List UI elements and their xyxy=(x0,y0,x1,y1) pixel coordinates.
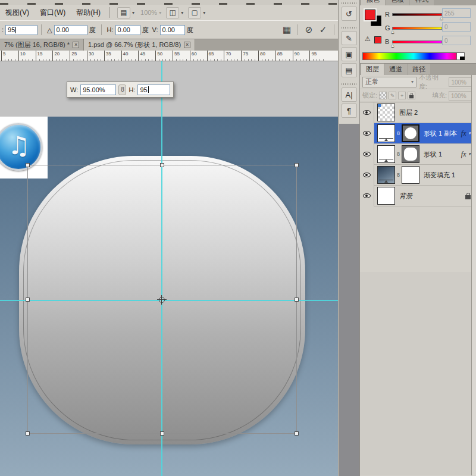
layer-thumbnail[interactable] xyxy=(377,124,395,142)
color-spectrum-ramp[interactable] xyxy=(362,52,465,60)
layer-visibility-toggle[interactable] xyxy=(360,123,374,144)
green-value-input[interactable] xyxy=(442,22,471,32)
foreground-color-swatch[interactable] xyxy=(365,10,375,20)
layer-thumbnail[interactable] xyxy=(377,166,395,184)
eye-icon xyxy=(363,110,371,115)
lock-pixels-icon[interactable]: ✎ xyxy=(389,92,396,99)
slider-thumb[interactable]: ▲ xyxy=(390,43,395,48)
document-tab[interactable]: 7% (图层 16, RGB/8) * × xyxy=(0,39,84,51)
chevron-down-icon[interactable]: ▾ xyxy=(203,10,205,15)
fx-expand-arrow-icon[interactable]: ▾ xyxy=(468,131,471,136)
layer-name[interactable]: 背景 xyxy=(399,192,412,201)
canvas[interactable]: ♫ W: 95.00% 8 H: 95 xyxy=(0,61,338,476)
close-icon[interactable]: × xyxy=(184,42,190,48)
v-skew-input[interactable]: 0.00 xyxy=(160,25,185,35)
cancel-transform-button[interactable]: ⊘ xyxy=(302,23,316,36)
clone-source-panel-icon[interactable]: ▣ xyxy=(342,47,357,61)
menu-view[interactable]: 视图(V) xyxy=(0,5,35,20)
layer-mask-thumbnail[interactable] xyxy=(402,145,419,163)
layer-visibility-toggle[interactable] xyxy=(360,165,374,186)
tab-color[interactable]: 颜色 xyxy=(361,0,385,5)
document-tab[interactable]: 1.psd @ 66.7% (形状 1, RGB/8) × xyxy=(84,39,195,51)
warp-mode-button[interactable]: ▦ xyxy=(280,23,294,36)
fx-icon[interactable]: fx xyxy=(461,129,466,138)
red-slider[interactable]: ▲ xyxy=(392,13,442,16)
layer-name[interactable]: 渐变填充 1 xyxy=(424,171,455,180)
commit-transform-button[interactable]: ✓ xyxy=(316,23,330,36)
link-dimensions-icon[interactable]: 8 xyxy=(118,84,126,95)
brush-panel-icon[interactable]: ✎ xyxy=(342,31,357,45)
transform-reference-point[interactable] xyxy=(159,297,165,303)
zoom-level[interactable]: 100% xyxy=(140,9,157,16)
layer-thumbnail[interactable] xyxy=(377,187,395,205)
layer-row[interactable]: 背景 xyxy=(360,186,476,206)
close-icon[interactable]: × xyxy=(73,42,79,48)
tab-layers[interactable]: 图层 xyxy=(361,64,384,75)
fx-expand-arrow-icon[interactable]: ▾ xyxy=(468,152,471,156)
transform-handle[interactable] xyxy=(160,163,164,167)
tab-swatches[interactable]: 色板 xyxy=(386,0,409,5)
slider-thumb[interactable]: ▲ xyxy=(390,29,395,35)
dock-grip-icon[interactable] xyxy=(342,83,356,85)
horizontal-ruler[interactable]: 5101520253035404550556065707580859095 xyxy=(0,51,338,61)
fx-icon[interactable]: fx xyxy=(461,150,466,159)
screen-mode-icon[interactable]: ▢ xyxy=(188,7,201,18)
layer-name[interactable]: 形状 1 xyxy=(424,150,442,159)
view-extras-icon[interactable]: ▤ xyxy=(117,7,130,18)
layer-visibility-toggle[interactable] xyxy=(360,144,374,165)
tab-styles[interactable]: 样式 xyxy=(410,0,434,5)
layer-row[interactable]: 8形状 1 副本fx▾ xyxy=(360,123,476,144)
dock-grip-icon[interactable] xyxy=(342,27,356,29)
layer-visibility-toggle[interactable] xyxy=(360,186,374,206)
blend-mode-select[interactable]: 正常 ▾ xyxy=(362,77,416,87)
layer-row[interactable]: 图层 2 xyxy=(360,102,476,123)
fill-input[interactable]: 100% xyxy=(449,91,474,101)
blue-slider[interactable]: ▲ xyxy=(392,40,442,43)
rotate-angle-input[interactable]: 0.00 xyxy=(54,25,87,35)
character-panel-icon[interactable]: A| xyxy=(342,87,357,102)
layer-thumbnail[interactable] xyxy=(377,104,395,121)
chevron-down-icon[interactable]: ▾ xyxy=(181,10,183,15)
layer-mask-thumbnail[interactable] xyxy=(402,124,419,142)
arrange-documents-icon[interactable]: ◫ xyxy=(166,7,179,18)
layer-thumbnail[interactable] xyxy=(377,145,395,163)
chevron-down-icon[interactable]: ▾ xyxy=(132,10,134,15)
transform-handle[interactable] xyxy=(295,163,299,167)
dock-grip-icon[interactable] xyxy=(342,2,356,4)
lock-position-icon[interactable]: + xyxy=(398,92,406,99)
blue-value-input[interactable] xyxy=(442,36,471,45)
popup-height-input[interactable]: 95 xyxy=(137,84,170,95)
transform-handle[interactable] xyxy=(26,298,30,302)
layer-name[interactable]: 图层 2 xyxy=(399,108,418,117)
transform-handle[interactable] xyxy=(26,163,30,167)
paragraph-panel-icon[interactable]: ¶ xyxy=(342,104,357,118)
black-swatch[interactable] xyxy=(460,57,465,60)
gamut-color-swatch[interactable] xyxy=(374,36,381,43)
layer-row[interactable]: 8形状 1fx▾ xyxy=(360,144,476,165)
layer-name[interactable]: 形状 1 副本 xyxy=(424,129,457,138)
transform-width-input[interactable]: 95 xyxy=(5,25,37,35)
lock-all-icon[interactable] xyxy=(408,92,415,99)
horizontal-guide[interactable] xyxy=(0,300,338,301)
lock-transparency-icon[interactable] xyxy=(379,92,387,99)
tab-channels[interactable]: 通道 xyxy=(384,64,407,75)
menu-window[interactable]: 窗口(W) xyxy=(35,5,71,20)
popup-width-input[interactable]: 95.00% xyxy=(80,84,116,95)
transform-handle[interactable] xyxy=(295,431,299,436)
tool-presets-panel-icon[interactable]: ▤ xyxy=(342,63,357,77)
layer-visibility-toggle[interactable] xyxy=(360,102,374,123)
layer-row[interactable]: 8渐变填充 1 xyxy=(360,165,476,186)
panel-scrollbar[interactable] xyxy=(471,75,476,475)
transform-handle[interactable] xyxy=(26,431,30,436)
layer-mask-thumbnail[interactable] xyxy=(402,166,419,184)
opacity-input[interactable]: 100% xyxy=(449,77,474,87)
transform-handle[interactable] xyxy=(160,431,164,436)
transform-handle[interactable] xyxy=(295,298,299,302)
h-skew-input[interactable]: 0.00 xyxy=(115,25,140,35)
vertical-guide[interactable] xyxy=(161,61,162,476)
green-slider[interactable]: ▲ xyxy=(392,27,442,30)
gamut-warning-icon[interactable]: ⚠ xyxy=(365,35,371,43)
red-value-input[interactable] xyxy=(442,8,471,18)
history-panel-icon[interactable]: ↺ xyxy=(342,7,357,21)
menu-help[interactable]: 帮助(H) xyxy=(71,5,106,20)
